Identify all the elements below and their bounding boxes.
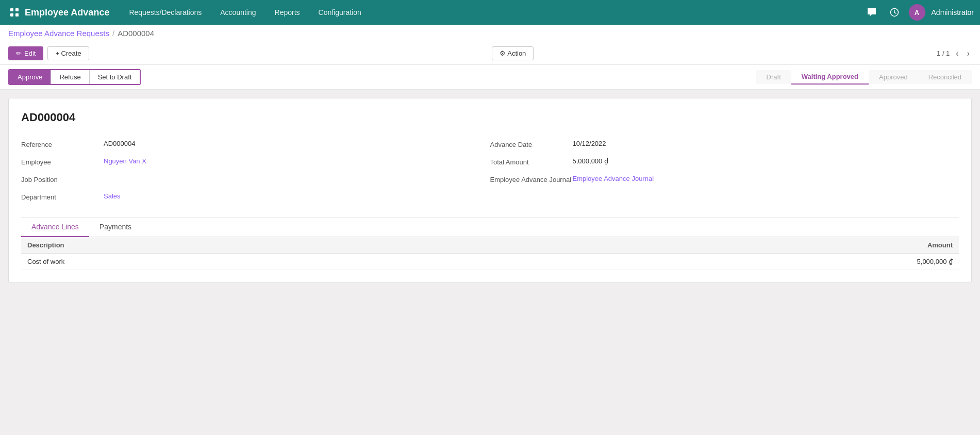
form-left: Reference AD000004 Employee Nguyen Van X… <box>21 137 490 207</box>
nav-configuration[interactable]: Configuration <box>309 0 371 25</box>
avatar[interactable]: A <box>909 4 925 21</box>
clock-icon[interactable] <box>886 4 903 21</box>
total-amount-value: 5,000,000 ₫ <box>573 157 959 165</box>
refuse-button[interactable]: Refuse <box>51 70 89 84</box>
svg-rect-0 <box>10 8 13 11</box>
department-row: Department Sales <box>21 189 490 207</box>
nav-reports[interactable]: Reports <box>265 0 309 25</box>
total-amount-row: Total Amount 5,000,000 ₫ <box>490 154 959 172</box>
prev-arrow[interactable]: ‹ <box>954 48 960 59</box>
form-right: Advance Date 10/12/2022 Total Amount 5,0… <box>490 137 959 207</box>
edit-button[interactable]: ✏ Edit <box>8 46 43 60</box>
username: Administrator <box>932 8 974 16</box>
job-position-label: Job Position <box>21 175 104 183</box>
create-button[interactable]: + Create <box>47 46 89 60</box>
form-title: AD000004 <box>21 111 959 124</box>
col-amount: Amount <box>497 237 959 254</box>
employee-value[interactable]: Nguyen Van X <box>104 157 490 165</box>
advance-date-value: 10/12/2022 <box>573 140 959 147</box>
pagination: 1 / 1 ‹ › <box>937 48 972 59</box>
next-arrow[interactable]: › <box>965 48 972 59</box>
row-description: Cost of work <box>21 254 497 270</box>
main-content: AD000004 Reference AD000004 Employee Ngu… <box>0 90 980 291</box>
action-button[interactable]: ⚙ Action <box>492 46 534 60</box>
breadcrumb-parent[interactable]: Employee Advance Requests <box>8 29 109 38</box>
action-button-group: Approve Refuse Set to Draft <box>8 69 141 85</box>
table-header-row: Description Amount <box>21 237 959 254</box>
nav-accounting[interactable]: Accounting <box>211 0 265 25</box>
job-position-row: Job Position <box>21 172 490 189</box>
form-card: AD000004 Reference AD000004 Employee Ngu… <box>8 98 972 283</box>
status-approved[interactable]: Approved <box>869 70 918 84</box>
app-title: Employee Advance <box>25 7 109 18</box>
grid-icon[interactable] <box>6 4 23 21</box>
breadcrumb-bar: Employee Advance Requests / AD000004 <box>0 25 980 42</box>
nav-menu: Requests/Declarations Accounting Reports… <box>120 0 861 25</box>
advance-date-label: Advance Date <box>490 140 573 148</box>
status-reconciled[interactable]: Reconciled <box>918 70 972 84</box>
tab-payments[interactable]: Payments <box>89 217 142 237</box>
svg-rect-2 <box>10 13 13 16</box>
advance-date-row: Advance Date 10/12/2022 <box>490 137 959 154</box>
nav-right: A Administrator <box>863 4 974 21</box>
department-value[interactable]: Sales <box>104 192 490 200</box>
tabs-header: Advance Lines Payments <box>21 217 959 237</box>
tabs-section: Advance Lines Payments Description Amoun… <box>21 217 959 270</box>
nav-requests[interactable]: Requests/Declarations <box>120 0 211 25</box>
edit-icon: ✏ <box>16 49 22 57</box>
employee-advance-journal-value[interactable]: Employee Advance Journal <box>573 175 959 182</box>
approve-button[interactable]: Approve <box>9 70 51 84</box>
svg-rect-3 <box>15 13 19 16</box>
reference-value: AD000004 <box>104 140 490 147</box>
tab-advance-lines[interactable]: Advance Lines <box>21 217 89 237</box>
table-row[interactable]: Cost of work 5,000,000 ₫ <box>21 254 959 270</box>
employee-row: Employee Nguyen Van X <box>21 154 490 172</box>
status-bar: Approve Refuse Set to Draft Draft Waitin… <box>0 65 980 90</box>
advance-lines-table: Description Amount Cost of work 5,000,00… <box>21 237 959 270</box>
toolbar: ✏ Edit + Create ⚙ Action 1 / 1 ‹ › <box>0 42 980 65</box>
reference-row: Reference AD000004 <box>21 137 490 154</box>
top-nav: Employee Advance Requests/Declarations A… <box>0 0 980 25</box>
chat-icon[interactable] <box>863 4 880 21</box>
svg-rect-1 <box>15 8 19 11</box>
department-label: Department <box>21 192 104 201</box>
status-draft[interactable]: Draft <box>756 70 791 84</box>
col-description: Description <box>21 237 497 254</box>
employee-advance-journal-label: Employee Advance Journal <box>490 175 573 183</box>
breadcrumb-current: AD000004 <box>118 29 154 38</box>
employee-label: Employee <box>21 157 104 166</box>
employee-advance-journal-row: Employee Advance Journal Employee Advanc… <box>490 172 959 189</box>
status-steps: Draft Waiting Approved Approved Reconcil… <box>756 70 972 85</box>
breadcrumb-separator: / <box>112 29 114 38</box>
form-fields: Reference AD000004 Employee Nguyen Van X… <box>21 137 959 207</box>
row-amount: 5,000,000 ₫ <box>497 254 959 270</box>
pagination-label: 1 / 1 <box>937 49 950 57</box>
status-waiting-approved[interactable]: Waiting Approved <box>791 70 869 85</box>
set-draft-button[interactable]: Set to Draft <box>89 70 140 84</box>
total-amount-label: Total Amount <box>490 157 573 166</box>
reference-label: Reference <box>21 140 104 148</box>
